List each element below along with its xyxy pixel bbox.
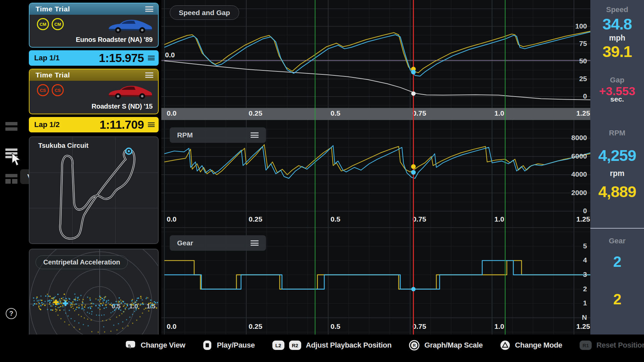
gap-unit: sec. [590, 95, 644, 103]
distance-axis-strip[interactable] [161, 108, 590, 120]
view-1-icon [5, 122, 17, 125]
speed-value-car2: 39.1 [590, 42, 644, 61]
car-card-2-header: Time Trial [30, 69, 158, 81]
lap-time: 1:15.975 [99, 51, 144, 65]
play-pause-hint[interactable]: Play/Pause [203, 340, 255, 350]
gear-value-car2: 2 [590, 291, 644, 308]
mode-label: Time Trial [36, 5, 70, 13]
rpm-chart-header[interactable]: RPM [170, 127, 266, 143]
rpm-value-car2: 4,889 [590, 182, 644, 201]
telemetry-screen: View 2 ? Time Trial CM CM Eunos Roadster… [0, 0, 644, 362]
reset-position-hint: R1 Reset Position [580, 341, 644, 350]
speed-unit: mph [590, 34, 644, 43]
card-menu-icon[interactable] [145, 6, 153, 12]
touchpad-icon [125, 340, 136, 350]
rpm-unit: rpm [590, 169, 644, 178]
lap-label: Lap 1/1 [34, 54, 60, 62]
lap-row-car-2[interactable]: Lap 1/2 1:11.709 [29, 117, 159, 132]
car-name: Roadster S (ND) '15 [92, 103, 153, 110]
lap-menu-icon[interactable] [148, 56, 155, 60]
view-3-button[interactable] [5, 174, 17, 187]
car-image-red-roadster [105, 81, 154, 100]
sidebar-divider [590, 228, 644, 229]
r1-button-icon: R1 [580, 341, 592, 350]
tire-badge: CM [52, 18, 64, 30]
gap-zero-label: 0.0 [165, 51, 175, 59]
tire-badge: CM [37, 18, 49, 30]
mode-label: Time Trial [36, 71, 70, 79]
track-map-panel: Tsukuba Circuit [29, 136, 159, 244]
tire-badge: CS [37, 84, 49, 96]
centripetal-title: Centripetal Acceleration [36, 255, 128, 269]
card-menu-icon[interactable] [145, 72, 153, 78]
right-stick-icon: R [409, 340, 420, 351]
help-button[interactable]: ? [6, 308, 17, 319]
car-card-1[interactable]: Time Trial CM CM Eunos Roadster (NA) '89 [29, 3, 159, 48]
speed-value-car1: 34.8 [590, 15, 644, 33]
pad-press-icon [203, 340, 212, 350]
view-2-icon [5, 148, 17, 151]
gear-chart-header[interactable]: Gear [170, 235, 266, 251]
telemetry-sidebar: Speed 34.8 mph 39.1 Gap +3.553 sec. RPM … [590, 0, 644, 335]
car-image-blue-roadster [105, 15, 154, 34]
adjust-playback-hint[interactable]: L2 R2 Adjust Playback Position [272, 341, 392, 350]
rpm-value-car1: 4,259 [590, 146, 644, 165]
track-map [30, 137, 158, 243]
gear-menu-icon[interactable] [251, 240, 259, 246]
track-name: Tsukuba Circuit [38, 142, 89, 149]
car-card-1-header: Time Trial [30, 3, 158, 15]
lap-row-car-1[interactable]: Lap 1/1 1:15.975 [29, 50, 159, 66]
lap-label: Lap 1/2 [34, 120, 60, 129]
car-card-2[interactable]: Time Trial CS CS Roadster S (ND) '15 [29, 69, 159, 114]
svg-text:R: R [413, 343, 416, 348]
car-name: Eunos Roadster (NA) '89 [76, 36, 153, 44]
lap-time: 1:11.709 [100, 118, 144, 131]
speed-gap-chart-title: Speed and Gap [170, 5, 239, 20]
graph-map-scale-hint[interactable]: R Graph/Map Scale [409, 340, 483, 351]
view-3-icon [5, 174, 17, 177]
speed-label: Speed [590, 5, 644, 14]
gap-label: Gap [590, 76, 644, 84]
change-view-hint[interactable]: Change View [125, 340, 185, 350]
l2-button-icon: L2 [272, 341, 284, 350]
gear-label: Gear [590, 237, 644, 245]
r2-button-icon: R2 [289, 341, 301, 350]
change-mode-hint[interactable]: Change Mode [500, 340, 562, 350]
view-1-button[interactable] [5, 122, 17, 131]
mouse-cursor [11, 153, 23, 167]
tire-badge: CS [52, 84, 64, 96]
rpm-label: RPM [590, 129, 644, 137]
car-position-marker [126, 148, 132, 154]
rpm-menu-icon[interactable] [251, 132, 259, 138]
controller-hint-bar: Change View Play/Pause L2 R2 Adjust Play… [0, 335, 644, 362]
lap-menu-icon[interactable] [148, 122, 155, 127]
triangle-button-icon [500, 340, 510, 350]
gear-value-car1: 2 [590, 253, 644, 270]
